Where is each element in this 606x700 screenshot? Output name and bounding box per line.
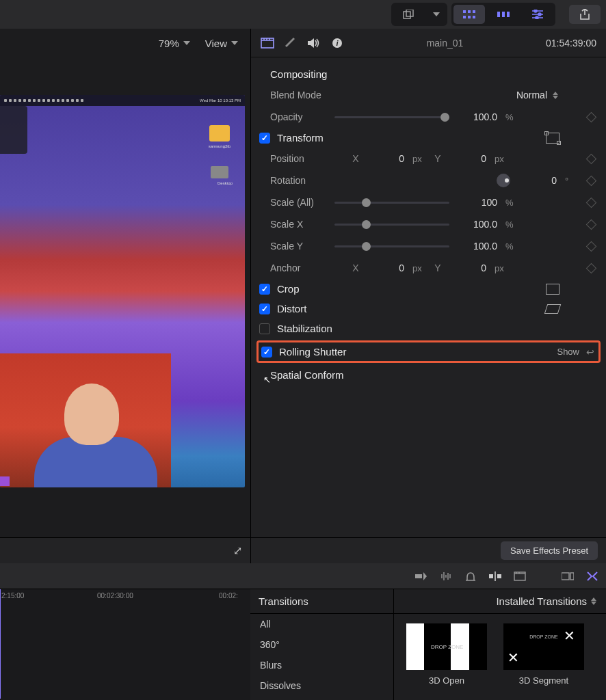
sliders-view-button[interactable] — [522, 5, 553, 24]
zoom-dropdown[interactable]: 79% — [159, 38, 190, 49]
section-crop: Crop — [251, 279, 606, 299]
keyframe-button[interactable] — [585, 175, 596, 186]
keyframe-button[interactable] — [585, 197, 596, 208]
layout-dropdown-chevron[interactable] — [427, 5, 445, 24]
keyframe-button[interactable] — [585, 153, 596, 164]
viewer-canvas[interactable]: Wed Mar 10 10:13 PM samsung2tb Desktop — [0, 57, 250, 537]
playhead[interactable] — [0, 589, 1, 699]
scale-all-slider[interactable] — [334, 202, 449, 204]
keyframe-button[interactable] — [585, 241, 596, 252]
position-x-value[interactable]: 0 — [366, 153, 407, 164]
svg-rect-8 — [497, 12, 500, 17]
ruler-mark: 2:15:00 — [1, 592, 24, 600]
rolling-shutter-checkbox[interactable] — [261, 347, 272, 358]
position-y-value[interactable]: 0 — [448, 153, 489, 164]
transform-checkbox[interactable] — [259, 133, 270, 144]
anchor-y-value[interactable]: 0 — [448, 262, 489, 273]
transform-onscreen-icon[interactable] — [546, 133, 559, 144]
rotation-dial[interactable] — [497, 174, 510, 187]
transitions-category-360[interactable]: 360° — [250, 634, 393, 655]
viewer-footer: ⤢ — [0, 537, 250, 563]
crop-onscreen-icon[interactable] — [546, 284, 559, 295]
preview-desktop-icon — [211, 166, 228, 178]
preview-folder-icon — [209, 125, 230, 142]
timeline-index-icon[interactable] — [513, 570, 527, 582]
rolling-shutter-show[interactable]: Show — [557, 347, 579, 357]
filmstrip-view-button[interactable] — [488, 5, 519, 24]
scale-x-label: Scale X — [270, 219, 329, 230]
blend-mode-value[interactable]: Normal — [516, 90, 547, 100]
video-inspector-tab[interactable] — [261, 36, 274, 50]
transitions-category-dissolves[interactable]: Dissolves — [250, 675, 393, 696]
rotation-value[interactable]: 0 — [518, 175, 559, 186]
anchor-x-value[interactable]: 0 — [366, 262, 407, 273]
clip-name: main_01 — [354, 38, 536, 49]
section-rolling-shutter: Rolling Shutter Show ↩ — [256, 340, 601, 363]
svg-rect-30 — [489, 574, 493, 578]
clip-appearance-icon[interactable] — [561, 570, 575, 582]
keyframe-button[interactable] — [585, 262, 596, 273]
inspector-footer: Save Effects Preset — [251, 537, 606, 563]
position-label: Position — [270, 153, 345, 164]
solo-icon[interactable] — [464, 570, 477, 582]
audio-inspector-tab[interactable] — [307, 36, 321, 50]
layout-copy-button[interactable] — [393, 5, 425, 24]
blend-mode-stepper[interactable] — [553, 92, 558, 99]
snapping-icon[interactable] — [488, 570, 502, 582]
viewer-header: 79% View — [0, 29, 250, 57]
preview-side-panel — [0, 106, 27, 154]
timeline[interactable]: 2:15:00 00:02:30:00 00:02: — [0, 589, 250, 700]
scale-x-slider[interactable] — [334, 224, 449, 226]
transitions-sort-stepper[interactable] — [591, 597, 596, 605]
keyframe-button[interactable] — [585, 111, 596, 122]
layout-switch-group — [391, 3, 447, 26]
ruler-mark: 00:02: — [219, 592, 238, 600]
view-mode-group — [451, 3, 555, 26]
share-button[interactable] — [569, 5, 601, 24]
px-unit: px — [412, 154, 427, 164]
skimmer-icon[interactable] — [414, 570, 428, 582]
section-compositing: Compositing — [251, 64, 606, 84]
scale-y-slider[interactable] — [334, 245, 449, 247]
opacity-slider[interactable] — [334, 116, 449, 118]
transition-label: 3D Segment — [519, 675, 568, 686]
transitions-category-all[interactable]: All — [250, 614, 393, 634]
section-title: Stabilization — [277, 323, 332, 334]
transition-thumbnail: ✕✕DROP ZONE — [503, 623, 584, 670]
pct-unit: % — [505, 241, 521, 252]
transition-thumbnail: DROP ZONE — [406, 623, 487, 670]
transitions-right-header: Installed Transitions — [394, 589, 606, 614]
effects-browser-icon[interactable] — [585, 570, 599, 582]
expand-icon[interactable]: ⤢ — [233, 544, 242, 557]
info-inspector-tab[interactable]: i — [330, 36, 344, 50]
reset-icon[interactable]: ↩ — [586, 347, 594, 358]
svg-rect-10 — [507, 12, 510, 17]
transitions-category-blurs[interactable]: Blurs — [250, 655, 393, 675]
opacity-value[interactable]: 100.0 — [459, 111, 500, 122]
scale-y-value[interactable]: 100.0 — [459, 241, 500, 252]
scale-all-value[interactable]: 100 — [459, 197, 500, 208]
keyframe-button[interactable] — [585, 219, 596, 230]
scale-x-value[interactable]: 100.0 — [459, 219, 500, 230]
crop-checkbox[interactable] — [259, 284, 270, 295]
stabilization-checkbox[interactable] — [259, 323, 270, 334]
timeline-ruler[interactable]: 2:15:00 00:02:30:00 00:02: — [0, 592, 250, 604]
svg-rect-9 — [502, 12, 505, 17]
color-inspector-tab[interactable] — [284, 36, 298, 50]
audio-skimmer-icon[interactable] — [439, 570, 453, 582]
svg-rect-4 — [473, 10, 475, 13]
svg-rect-5 — [463, 16, 466, 18]
pct-unit: % — [505, 198, 521, 208]
y-label: Y — [433, 153, 443, 164]
view-dropdown[interactable]: View — [205, 38, 238, 49]
distort-checkbox[interactable] — [259, 304, 270, 314]
transition-item[interactable]: ✕✕DROP ZONE 3D Segment — [503, 623, 584, 686]
transition-item[interactable]: DROP ZONE 3D Open — [406, 623, 487, 686]
distort-onscreen-icon[interactable] — [544, 304, 562, 314]
pct-unit: % — [505, 219, 521, 230]
position-row: Position X 0 px Y 0 px — [251, 148, 606, 170]
blend-mode-row: Blend Mode Normal — [251, 84, 606, 106]
grid-view-button[interactable] — [453, 5, 485, 24]
section-distort: Distort — [251, 299, 606, 319]
save-effects-preset-button[interactable]: Save Effects Preset — [501, 541, 598, 560]
